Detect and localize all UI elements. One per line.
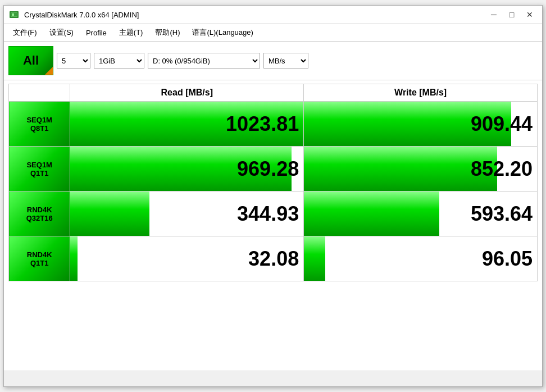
window-title: CrystalDiskMark 7.0.0 x64 [ADMIN] xyxy=(24,11,486,19)
read-cell-1: 969.28 xyxy=(70,147,304,192)
window-controls: ─ □ ✕ xyxy=(486,9,538,20)
table-row: SEQ1MQ8T1 1023.81 909.44 xyxy=(9,102,538,147)
write-cell-1: 852.20 xyxy=(304,147,538,192)
write-bar-1 xyxy=(304,147,497,191)
test-count-select[interactable]: 5 xyxy=(57,53,90,69)
read-cell-3: 32.08 xyxy=(70,236,304,281)
minimize-button[interactable]: ─ xyxy=(486,9,502,20)
statusbar xyxy=(4,371,542,386)
all-button[interactable]: All xyxy=(8,46,53,75)
write-value-0: 909.44 xyxy=(471,112,533,136)
toolbar: All 5 1GiB D: 0% (0/954GiB) MB/s xyxy=(4,42,542,80)
main-window: CrystalDiskMark 7.0.0 x64 [ADMIN] ─ □ ✕ … xyxy=(3,5,543,387)
table-row: RND4KQ1T1 32.08 96.05 xyxy=(9,236,538,281)
read-value-1: 969.28 xyxy=(237,157,299,181)
row-label-0: SEQ1MQ8T1 xyxy=(9,102,70,147)
write-value-2: 593.64 xyxy=(471,202,533,226)
table-row: RND4KQ32T16 344.93 593.64 xyxy=(9,192,538,236)
drive-select[interactable]: D: 0% (0/954GiB) xyxy=(148,53,260,69)
menu-language[interactable]: 语言(L)(Language) xyxy=(186,25,258,40)
row-label-1: SEQ1MQ1T1 xyxy=(9,147,70,192)
read-cell-0: 1023.81 xyxy=(70,102,304,147)
write-bar-2 xyxy=(304,192,439,236)
unit-select[interactable]: MB/s xyxy=(263,53,308,69)
maximize-button[interactable]: □ xyxy=(504,9,520,20)
test-size-select[interactable]: 1GiB xyxy=(94,53,144,69)
read-bar-3 xyxy=(70,236,77,281)
menu-settings[interactable]: 设置(S) xyxy=(44,25,79,40)
read-cell-2: 344.93 xyxy=(70,192,304,236)
read-bar-2 xyxy=(70,192,149,236)
menu-theme[interactable]: 主题(T) xyxy=(113,25,149,40)
row-label-3: RND4KQ1T1 xyxy=(9,236,70,281)
menu-profile[interactable]: Profile xyxy=(80,26,112,39)
app-icon xyxy=(8,9,20,20)
write-value-1: 852.20 xyxy=(471,157,533,181)
write-bar-3 xyxy=(304,236,325,281)
menu-help[interactable]: 帮助(H) xyxy=(149,25,185,40)
write-cell-2: 593.64 xyxy=(304,192,538,236)
row-label-2: RND4KQ32T16 xyxy=(9,192,70,236)
menubar: 文件(F) 设置(S) Profile 主题(T) 帮助(H) 语言(L)(La… xyxy=(4,24,542,42)
header-write: Write [MB/s] xyxy=(304,84,538,102)
write-value-3: 96.05 xyxy=(482,247,533,271)
read-value-2: 344.93 xyxy=(237,202,299,226)
titlebar: CrystalDiskMark 7.0.0 x64 [ADMIN] ─ □ ✕ xyxy=(4,6,542,24)
table-row: SEQ1MQ1T1 969.28 852.20 xyxy=(9,147,538,192)
svg-rect-3 xyxy=(12,13,14,16)
close-button[interactable]: ✕ xyxy=(522,9,538,20)
read-value-0: 1023.81 xyxy=(226,112,299,136)
read-value-3: 32.08 xyxy=(248,247,299,271)
results-area: Read [MB/s] Write [MB/s] SEQ1MQ8T1 1023.… xyxy=(4,80,542,371)
results-table: Read [MB/s] Write [MB/s] SEQ1MQ8T1 1023.… xyxy=(8,84,538,281)
menu-file[interactable]: 文件(F) xyxy=(7,25,43,40)
write-cell-0: 909.44 xyxy=(304,102,538,147)
header-read: Read [MB/s] xyxy=(70,84,304,102)
write-cell-3: 96.05 xyxy=(304,236,538,281)
